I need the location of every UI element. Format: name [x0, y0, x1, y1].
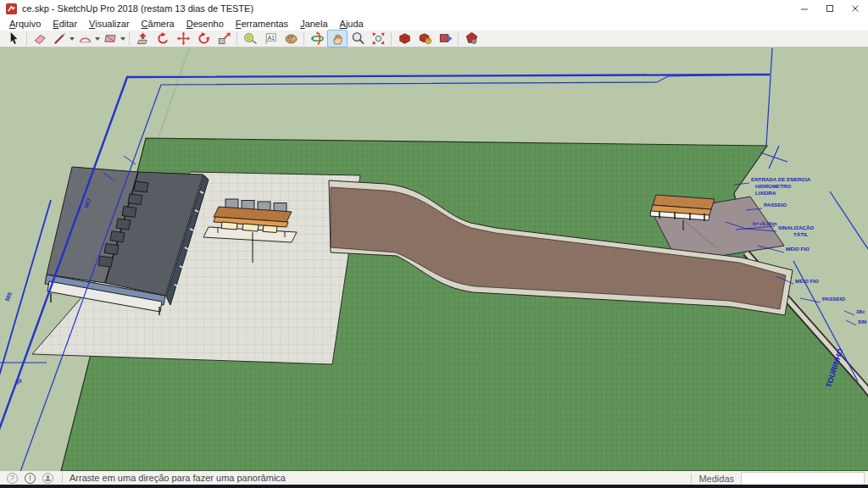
- toolbar-separator: [303, 32, 304, 46]
- skylight: [110, 231, 125, 242]
- sketchup-logo-icon: [6, 3, 17, 14]
- zoom-extents-icon: [371, 31, 386, 46]
- scene-annotation: MEIO FIO: [795, 278, 819, 284]
- window-bottom-edge: [0, 485, 868, 488]
- menu-item-visualizar[interactable]: Visualizar: [83, 18, 136, 30]
- scene-annotation: ENTRADA DE ENERGIA: [751, 176, 811, 182]
- scene-annotation: 38c: [856, 308, 865, 314]
- menu-item-desenho[interactable]: Desenho: [181, 18, 230, 30]
- protractor-arc-icon: [78, 31, 92, 46]
- line-tool-button[interactable]: [50, 30, 75, 47]
- svg-text:A1: A1: [267, 35, 274, 41]
- extension-warehouse-button[interactable]: [461, 30, 481, 47]
- menu-item-editar[interactable]: Editar: [47, 18, 83, 30]
- zoom-tool-button[interactable]: [348, 30, 368, 47]
- minimize-icon: [800, 4, 809, 13]
- scene-annotation: h=+5.00m: [753, 220, 777, 226]
- scene-annotation: MEIO FIO: [786, 246, 810, 252]
- rectangle-shape-icon: [103, 31, 118, 46]
- close-icon: [851, 4, 860, 13]
- 3d-warehouse-icon: [398, 31, 412, 46]
- move-icon: [176, 31, 191, 46]
- user-icon[interactable]: [42, 473, 53, 484]
- zoom-magnifier-icon: [351, 31, 365, 46]
- measurements-input[interactable]: [741, 472, 865, 485]
- skylight: [134, 181, 148, 192]
- tape-measure-icon: [243, 31, 258, 46]
- scene-annotation: LIXEIRA: [755, 190, 776, 196]
- share-model-icon: [418, 31, 432, 46]
- paint-bucket-icon: [284, 31, 298, 46]
- toolbar-separator: [391, 32, 392, 46]
- menu-item-câmera[interactable]: Câmera: [136, 18, 181, 30]
- skylight: [116, 219, 131, 230]
- maximize-button[interactable]: [817, 0, 843, 17]
- rotate-icon: [197, 31, 211, 46]
- menu-item-arquivo[interactable]: Arquivo: [3, 18, 47, 30]
- help-question-icon[interactable]: [7, 473, 18, 484]
- menu-item-ajuda[interactable]: Ajuda: [334, 18, 370, 30]
- arc-tool-button[interactable]: [75, 30, 101, 47]
- move-tool-button[interactable]: [173, 30, 193, 47]
- chevron-down-icon: [95, 37, 100, 41]
- zoom-extents-button[interactable]: [368, 30, 388, 47]
- info-icon[interactable]: [25, 473, 36, 484]
- maximize-icon: [826, 4, 834, 13]
- toolbar: A1: [0, 30, 868, 47]
- menu-item-ferramentas[interactable]: Ferramentas: [230, 18, 294, 30]
- toolbar-separator: [458, 32, 459, 46]
- person-glyph-icon: [44, 474, 52, 482]
- orbit-tool-button[interactable]: [307, 30, 327, 47]
- title-bar: ce.skp - SketchUp Pro 2018 (restam 13 di…: [0, 0, 868, 17]
- scene-annotation: PASSEIO: [764, 202, 787, 208]
- send-to-layout-icon: [438, 31, 453, 46]
- sketchup-window: ce.skp - SketchUp Pro 2018 (restam 13 di…: [0, 0, 868, 488]
- text-tool-button[interactable]: A1: [260, 30, 281, 47]
- push-pull-tool-button[interactable]: [132, 30, 153, 47]
- 3d-warehouse-button[interactable]: [394, 30, 415, 47]
- select-arrow-icon: [7, 31, 21, 46]
- toolbar-separator: [26, 32, 27, 46]
- eraser-tool-button[interactable]: [30, 30, 50, 47]
- follow-me-icon: [156, 31, 170, 46]
- scene-annotation: TÁTIL: [793, 231, 809, 237]
- share-model-button[interactable]: [415, 30, 435, 47]
- scale-icon: [217, 31, 231, 46]
- text-icon: A1: [264, 31, 278, 46]
- skylight: [122, 206, 136, 217]
- measurements-label: Medidas: [691, 474, 741, 484]
- tape-measure-tool-button[interactable]: [240, 30, 260, 47]
- skylight: [128, 194, 142, 205]
- paint-bucket-tool-button[interactable]: [281, 30, 301, 47]
- model-viewport[interactable]: ENTRADA DE ENERGIAHIDROMETROLIXEIRAPASSE…: [0, 47, 868, 471]
- push-pull-icon: [136, 31, 150, 46]
- menu-item-janela[interactable]: Janela: [294, 18, 333, 30]
- orbit-icon: [310, 31, 325, 46]
- status-bar: Arraste em uma direção para fazer uma pa…: [0, 471, 868, 485]
- close-button[interactable]: [843, 0, 868, 17]
- pan-hand-icon: [331, 31, 345, 46]
- scene-annotation: SIN: [858, 319, 867, 324]
- pan-tool-button[interactable]: [327, 30, 348, 47]
- shapes-tool-button[interactable]: [101, 30, 126, 47]
- minimize-button[interactable]: [792, 0, 817, 17]
- window-title: ce.skp - SketchUp Pro 2018 (restam 13 di…: [22, 3, 253, 14]
- pencil-icon: [53, 31, 67, 46]
- select-tool-button[interactable]: [3, 30, 24, 47]
- scene-annotation: PASSEIO: [822, 296, 845, 302]
- menu-bar: ArquivoEditarVisualizarCâmeraDesenhoFerr…: [0, 17, 868, 30]
- send-to-layout-button[interactable]: [435, 30, 455, 47]
- toolbar-separator: [236, 32, 237, 46]
- skylight: [98, 256, 113, 267]
- extension-warehouse-icon: [465, 31, 479, 46]
- rotate-tool-button[interactable]: [193, 30, 214, 47]
- scene-annotation: HIDROMETRO: [755, 183, 791, 189]
- status-hint: Arraste em uma direção para fazer uma pa…: [62, 473, 286, 483]
- follow-me-tool-button[interactable]: [153, 30, 173, 47]
- scene-annotation: SINALIZAÇÃO: [778, 225, 814, 230]
- chevron-down-icon: [120, 37, 125, 41]
- eraser-icon: [33, 31, 47, 46]
- scale-tool-button[interactable]: [214, 30, 234, 47]
- toolbar-separator: [129, 32, 130, 46]
- chevron-down-icon: [70, 37, 75, 41]
